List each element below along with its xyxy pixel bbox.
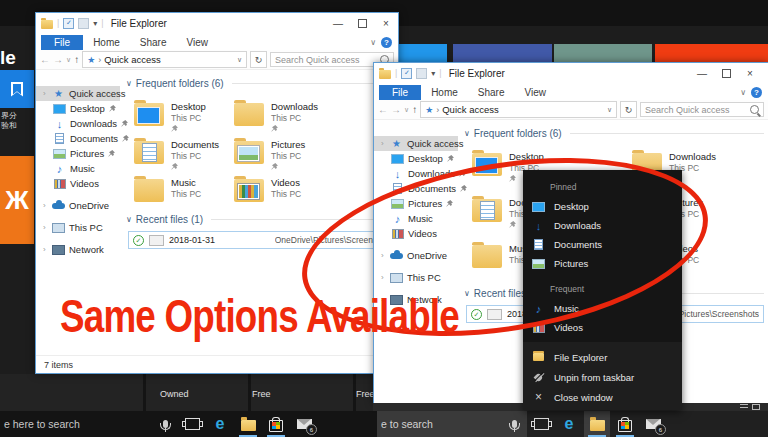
refresh-button[interactable]: ↻ (250, 51, 267, 68)
expand-icon[interactable]: › (43, 223, 48, 232)
qat-properties-icon[interactable]: ✓ (63, 18, 74, 29)
minimize-button[interactable]: — (690, 63, 714, 83)
details-view-icon[interactable] (740, 404, 748, 410)
jumplist-action[interactable]: Close window (523, 387, 682, 407)
collapse-icon[interactable]: ∨ (464, 129, 470, 138)
qat-customize-icon[interactable]: ▾ (431, 69, 435, 78)
address-dropdown-icon[interactable]: ∨ (607, 106, 612, 114)
help-icon[interactable]: ? (381, 37, 392, 48)
sidebar-item[interactable]: › Videos (36, 176, 120, 191)
up-button[interactable]: ↑ (412, 104, 417, 115)
file-explorer-button[interactable] (235, 411, 261, 437)
synced-check-icon: ✓ (133, 235, 144, 246)
breadcrumb-location[interactable]: Quick access (104, 54, 161, 65)
edge-button[interactable]: e (556, 411, 582, 437)
search-input[interactable]: Search Quick access (640, 102, 764, 117)
frequent-folders-header[interactable]: ∨ Frequent folders (6) (464, 128, 764, 139)
thumbnail-view-icon[interactable] (752, 404, 760, 410)
mail-button[interactable]: 6 (291, 411, 317, 437)
ribbon-expand-icon[interactable]: ∨ (740, 88, 746, 97)
help-icon[interactable]: ? (751, 87, 762, 98)
tab-home[interactable]: Home (83, 35, 130, 50)
breadcrumb[interactable]: ★ › Quick access ∨ (82, 51, 247, 68)
up-button[interactable]: ↑ (74, 54, 79, 65)
expand-icon[interactable]: › (43, 201, 48, 210)
jumplist-action[interactable]: Unpin from taskbar (523, 367, 682, 387)
frequent-folders-header[interactable]: ∨ Frequent folders (6) (126, 78, 394, 89)
forward-button[interactable]: → (53, 54, 63, 65)
sidebar-item[interactable]: › Desktop (36, 101, 120, 116)
back-button[interactable]: ← (40, 54, 50, 65)
sidebar-item[interactable]: › Network (36, 242, 120, 257)
sidebar-item[interactable]: › This PC (36, 220, 120, 235)
ribbon-expand-icon[interactable]: ∨ (370, 38, 376, 47)
task-view-button[interactable] (179, 411, 205, 437)
maximize-button[interactable] (714, 63, 738, 83)
sidebar-item[interactable]: › Documents (36, 131, 120, 146)
file-explorer-button[interactable] (584, 411, 610, 437)
collapse-icon[interactable]: ∨ (126, 215, 132, 224)
tab-share[interactable]: Share (468, 85, 515, 100)
tab-view[interactable]: View (515, 85, 557, 100)
jumplist-action-icon (532, 372, 545, 383)
tab-home[interactable]: Home (421, 85, 468, 100)
minimize-button[interactable]: — (326, 13, 350, 33)
file-explorer-icon (241, 420, 256, 431)
titlebar[interactable]: | ✓ ▾ | File Explorer — × (374, 63, 768, 83)
qat-properties-icon[interactable]: ✓ (401, 68, 412, 79)
breadcrumb[interactable]: ★ › Quick access ∨ (420, 101, 617, 118)
expand-icon[interactable]: › (381, 139, 386, 148)
qat-new-folder-icon[interactable] (416, 68, 427, 79)
sidebar-item[interactable]: › Quick access (36, 86, 120, 101)
expand-icon[interactable]: › (43, 245, 48, 254)
breadcrumb-location[interactable]: Quick access (442, 104, 499, 115)
store-tile-left-orange[interactable]: Ж (0, 156, 34, 244)
store-button[interactable] (612, 411, 638, 437)
sidebar-item[interactable]: › Downloads (36, 116, 120, 131)
recent-locations-icon[interactable]: ∨ (66, 56, 71, 64)
folder-tile[interactable]: Pictures This PC (234, 136, 394, 174)
store-button[interactable] (263, 411, 289, 437)
jumplist-action[interactable]: File Explorer (523, 347, 682, 367)
store-tile-2[interactable] (453, 44, 552, 64)
taskbar-search-input[interactable]: e here to search (0, 411, 178, 437)
sidebar-item[interactable]: › Music (36, 161, 120, 176)
folder-tile[interactable]: Documents This PC (134, 136, 234, 174)
forward-button[interactable]: → (391, 104, 401, 115)
sidebar-item[interactable]: › Desktop (374, 151, 458, 166)
sidebar-item[interactable]: › Quick access (374, 136, 458, 151)
back-button[interactable]: ← (378, 104, 388, 115)
recent-locations-icon[interactable]: ∨ (404, 106, 409, 114)
sidebar-item[interactable]: › OneDrive (36, 198, 120, 213)
refresh-button[interactable]: ↻ (620, 101, 637, 118)
mail-button[interactable]: 6 (640, 411, 666, 437)
taskbar-search-input[interactable]: e to search (377, 411, 527, 437)
store-tile-4[interactable] (655, 44, 768, 64)
pin-icon (108, 150, 115, 157)
collapse-icon[interactable]: ∨ (126, 79, 132, 88)
sidebar-item[interactable]: › Pictures (36, 146, 120, 161)
folder-tile[interactable]: Music This PC (134, 174, 234, 212)
tab-file[interactable]: File (379, 85, 421, 100)
task-view-button[interactable] (528, 411, 554, 437)
folder-tile[interactable]: Desktop This PC (134, 98, 234, 136)
folder-tile[interactable]: Downloads This PC (234, 98, 394, 136)
maximize-button[interactable] (350, 13, 374, 33)
store-tile-left-blue[interactable] (0, 70, 34, 108)
tab-share[interactable]: Share (130, 35, 177, 50)
store-tile-3[interactable] (554, 44, 652, 64)
titlebar[interactable]: | ✓ ▾ | File Explorer — × (36, 13, 398, 33)
tab-view[interactable]: View (177, 35, 219, 50)
address-dropdown-icon[interactable]: ∨ (237, 56, 242, 64)
qat-new-folder-icon[interactable] (78, 18, 89, 29)
edge-button[interactable]: e (207, 411, 233, 437)
edge-icon: e (216, 416, 225, 432)
qat-customize-icon[interactable]: ▾ (93, 19, 97, 28)
microphone-icon[interactable] (512, 420, 517, 428)
microphone-icon[interactable] (163, 420, 168, 428)
close-button[interactable]: × (738, 63, 762, 83)
expand-icon[interactable]: › (43, 89, 48, 98)
close-button[interactable]: × (374, 13, 398, 33)
folder-icon (134, 179, 164, 202)
tab-file[interactable]: File (41, 35, 83, 50)
